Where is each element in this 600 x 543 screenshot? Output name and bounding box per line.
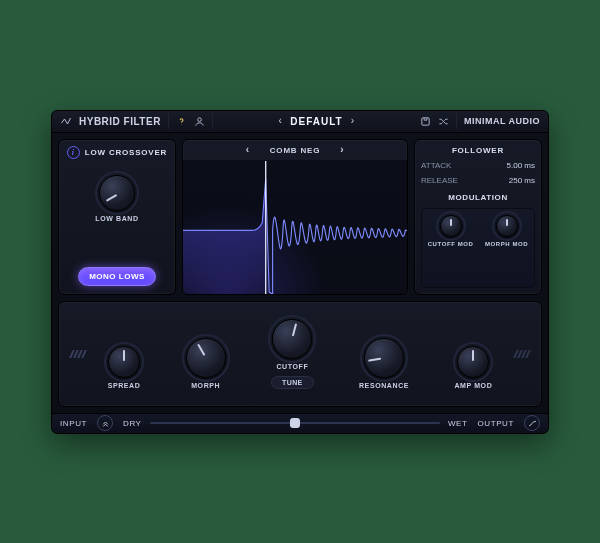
content-area: i LOW CROSSOVER LOW BAND MONO LOWS xyxy=(52,133,548,413)
amp-mod-knob[interactable] xyxy=(457,346,489,378)
resonance-label: RESONANCE xyxy=(359,382,409,389)
wet-label: WET xyxy=(448,419,468,428)
dry-label: DRY xyxy=(123,419,142,428)
amp-mod-label: AMP MOD xyxy=(454,382,492,389)
attack-value: 5.00 ms xyxy=(507,161,535,170)
cutoff-mod-label: CUTOFF MOD xyxy=(428,241,474,247)
app-name: HYBRID FILTER xyxy=(79,116,161,127)
plugin-window: HYBRID FILTER ‹ DEFAULT › xyxy=(51,110,549,434)
preset-prev-icon[interactable]: ‹ xyxy=(278,116,282,126)
dry-wet-slider[interactable]: DRY WET xyxy=(123,419,468,428)
titlebar-right: MINIMAL AUDIO xyxy=(420,113,540,129)
tune-button[interactable]: TUNE xyxy=(271,376,314,389)
svg-rect-2 xyxy=(422,118,429,125)
svg-point-0 xyxy=(181,124,182,125)
cutoff-knob-group: CUTOFF TUNE xyxy=(271,319,314,389)
logo-icon xyxy=(60,115,72,127)
spread-label: SPREAD xyxy=(108,382,141,389)
separator xyxy=(168,113,169,129)
user-icon[interactable] xyxy=(194,116,205,127)
titlebar: HYBRID FILTER ‹ DEFAULT › xyxy=(52,111,548,134)
spread-knob-group: SPREAD xyxy=(108,346,141,389)
amp-mod-knob-group: AMP MOD xyxy=(454,346,492,389)
release-label: RELEASE xyxy=(421,176,458,185)
brand-label: MINIMAL AUDIO xyxy=(464,116,540,126)
separator xyxy=(456,113,457,129)
attack-row[interactable]: ATTACK 5.00 ms xyxy=(421,161,535,170)
follower-title: FOLLOWER xyxy=(421,146,535,155)
input-gain-button[interactable] xyxy=(97,415,113,431)
low-crossover-title: i LOW CROSSOVER xyxy=(67,146,167,159)
svg-point-1 xyxy=(198,118,202,122)
attack-label: ATTACK xyxy=(421,161,451,170)
filter-type-selector: ‹ COMB NEG › xyxy=(183,140,407,161)
follower-panel: FOLLOWER ATTACK 5.00 ms RELEASE 250 ms M… xyxy=(414,139,542,295)
cutoff-knob[interactable] xyxy=(272,319,312,359)
low-band-label: LOW BAND xyxy=(95,215,138,222)
mono-lows-button[interactable]: MONO LOWS xyxy=(78,267,156,286)
cutoff-label: CUTOFF xyxy=(276,363,308,370)
help-icon[interactable] xyxy=(176,116,187,127)
release-value: 250 ms xyxy=(509,176,535,185)
morph-knob[interactable] xyxy=(186,338,226,378)
filter-prev-icon[interactable]: ‹ xyxy=(246,145,250,155)
stripes-decoration xyxy=(515,350,529,358)
input-label: INPUT xyxy=(60,419,87,428)
filter-curve-display[interactable] xyxy=(183,161,407,294)
resonance-knob-group: RESONANCE xyxy=(359,338,409,389)
morph-mod-knob[interactable] xyxy=(496,215,518,237)
resonance-knob[interactable] xyxy=(364,338,404,378)
preset-next-icon[interactable]: › xyxy=(351,116,355,126)
filter-type-label[interactable]: COMB NEG xyxy=(270,146,320,155)
output-curve-button[interactable] xyxy=(524,415,540,431)
morph-label: MORPH xyxy=(191,382,220,389)
stripes-decoration xyxy=(71,350,85,358)
main-knobs: SPREAD MORPH CUTOFF TUNE RESONANCE xyxy=(85,319,515,389)
cutoff-mod-knob[interactable] xyxy=(440,215,462,237)
preset-name[interactable]: DEFAULT xyxy=(290,116,342,127)
low-crossover-label: LOW CROSSOVER xyxy=(85,148,167,157)
info-icon[interactable]: i xyxy=(67,146,80,159)
shuffle-icon[interactable] xyxy=(438,116,449,127)
slider-track[interactable] xyxy=(150,422,440,424)
cutoff-mod-knob-group: CUTOFF MOD xyxy=(428,215,474,247)
spread-knob[interactable] xyxy=(108,346,140,378)
low-band-knob-group: LOW BAND xyxy=(95,175,138,222)
modulation-title: MODULATION xyxy=(421,193,535,202)
top-row: i LOW CROSSOVER LOW BAND MONO LOWS xyxy=(58,139,542,295)
titlebar-left: HYBRID FILTER xyxy=(60,113,213,129)
follower-label: FOLLOWER xyxy=(452,146,504,155)
low-band-knob[interactable] xyxy=(99,175,135,211)
filter-next-icon[interactable]: › xyxy=(340,145,344,155)
low-crossover-panel: i LOW CROSSOVER LOW BAND MONO LOWS xyxy=(58,139,176,295)
main-knob-row: SPREAD MORPH CUTOFF TUNE RESONANCE xyxy=(58,301,542,407)
release-row[interactable]: RELEASE 250 ms xyxy=(421,176,535,185)
filter-display-panel: ‹ COMB NEG › xyxy=(182,139,408,295)
morph-mod-label: MORPH MOD xyxy=(485,241,528,247)
output-label: OUTPUT xyxy=(478,419,515,428)
morph-knob-group: MORPH xyxy=(186,338,226,389)
save-preset-icon[interactable] xyxy=(420,116,431,127)
morph-mod-knob-group: MORPH MOD xyxy=(485,215,528,247)
slider-thumb[interactable] xyxy=(290,418,300,428)
modulation-knobs: CUTOFF MOD MORPH MOD xyxy=(421,208,535,288)
footer-bar: INPUT DRY WET OUTPUT xyxy=(52,413,548,432)
separator xyxy=(212,113,213,129)
preset-browser: ‹ DEFAULT › xyxy=(221,116,412,127)
